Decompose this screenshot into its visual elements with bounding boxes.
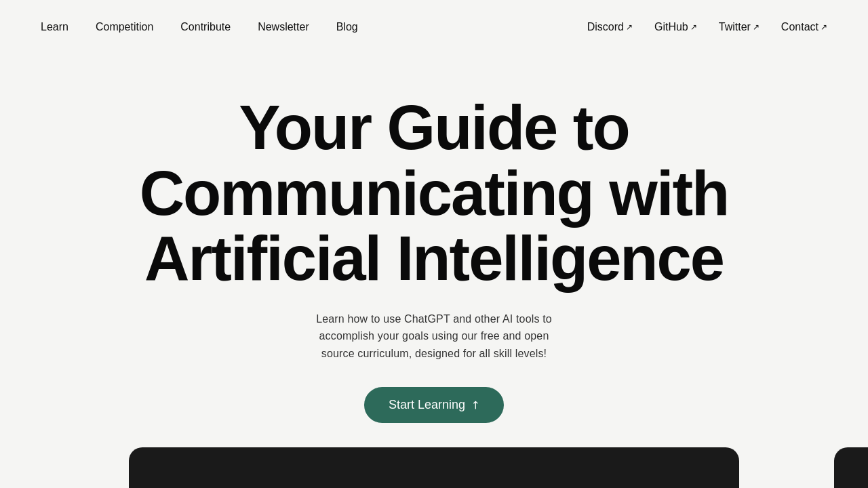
hero-section: Your Guide to Communicating with Artific… <box>0 54 868 450</box>
nav-competition[interactable]: Competition <box>96 21 153 33</box>
external-link-icon: ↗ <box>821 22 827 32</box>
nav-discord[interactable]: Discord↗ <box>587 21 633 33</box>
nav-learn[interactable]: Learn <box>41 21 68 33</box>
arrow-icon: ↗ <box>467 397 483 413</box>
hero-subtitle: Learn how to use ChatGPT and other AI to… <box>312 310 556 363</box>
external-link-icon: ↗ <box>753 22 760 32</box>
nav-blog[interactable]: Blog <box>336 21 358 33</box>
nav-contribute[interactable]: Contribute <box>180 21 231 33</box>
nav-contact[interactable]: Contact↗ <box>781 21 827 33</box>
external-link-icon: ↗ <box>690 22 697 32</box>
nav-twitter[interactable]: Twitter↗ <box>719 21 760 33</box>
navbar: Learn Competition Contribute Newsletter … <box>0 0 868 54</box>
nav-right: Discord↗ GitHub↗ Twitter↗ Contact↗ <box>587 21 827 33</box>
bottom-dark-section <box>129 447 739 488</box>
nav-left: Learn Competition Contribute Newsletter … <box>41 21 358 33</box>
start-learning-button[interactable]: Start Learning ↗ <box>364 387 504 423</box>
hero-title: Your Guide to Communicating with Artific… <box>129 95 739 291</box>
nav-github[interactable]: GitHub↗ <box>654 21 697 33</box>
bottom-dark-section-right <box>834 447 868 488</box>
external-link-icon: ↗ <box>626 22 633 32</box>
nav-newsletter[interactable]: Newsletter <box>258 21 309 33</box>
